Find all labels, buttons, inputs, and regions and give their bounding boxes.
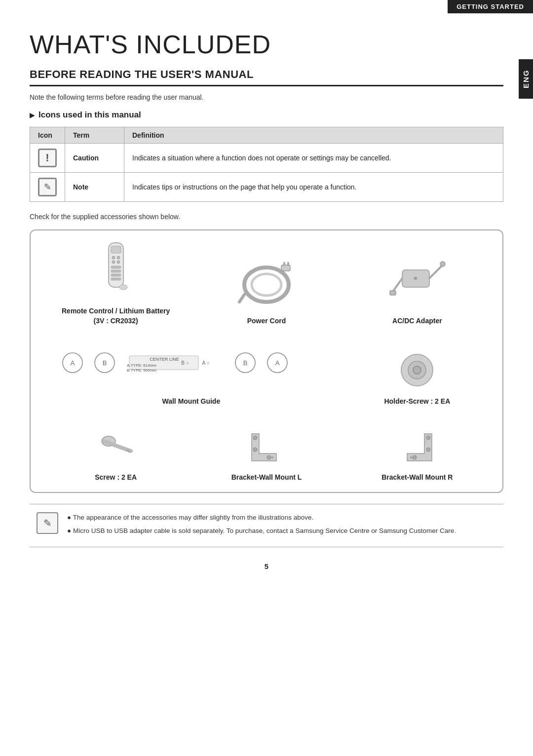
table-row: ! Caution Indicates a situation where a … — [30, 144, 503, 173]
check-text: Check for the supplied accessories shown… — [30, 213, 503, 221]
power-cord-svg — [237, 260, 296, 309]
svg-text:B: B — [103, 359, 107, 367]
svg-rect-21 — [390, 291, 396, 295]
note-bullet-2: ● Micro USB to USB adapter cable is sold… — [67, 526, 456, 537]
page-title: WHAT'S INCLUDED — [30, 30, 503, 59]
getting-started-tab: GETTING STARTED — [448, 0, 533, 13]
bracket-l-svg — [242, 426, 291, 466]
bracket-r-svg — [392, 426, 442, 466]
accessories-top-row: Remote Control / Lithium Battery (3V : C… — [40, 245, 493, 326]
svg-point-10 — [119, 285, 127, 290]
svg-point-5 — [117, 261, 120, 264]
svg-point-12 — [252, 274, 281, 296]
adapter-image — [387, 255, 447, 309]
caution-icon: ! — [38, 149, 57, 167]
svg-point-39 — [413, 366, 421, 374]
svg-rect-8 — [111, 274, 121, 276]
accessory-bracket-r: Bracket-Wall Mount R — [342, 412, 493, 483]
screw-image — [96, 412, 136, 466]
svg-point-45 — [267, 455, 271, 459]
remote-image — [96, 245, 136, 300]
accessory-screw: Screw : 2 EA — [40, 412, 191, 483]
bracket-r-label: Bracket-Wall Mount R — [381, 473, 453, 483]
caution-icon-cell: ! — [30, 144, 65, 173]
holder-screw-label: Holder-Screw : 2 EA — [384, 397, 450, 407]
caution-definition-cell: Indicates a situation where a function d… — [124, 144, 503, 173]
svg-point-43 — [253, 436, 257, 440]
svg-text:A: A — [71, 359, 75, 367]
notes-section: ✎ ● The appearance of the accessories ma… — [30, 504, 503, 547]
svg-rect-9 — [111, 278, 121, 280]
accessory-wall-mount-guide: A B CENTER LINE A-TYPE: 614mm B-TYPE: 56… — [40, 336, 342, 407]
power-cord-label: Power Cord — [247, 316, 286, 326]
intro-text: Note the following terms before reading … — [30, 93, 503, 101]
svg-line-18 — [429, 265, 443, 278]
svg-point-3 — [117, 256, 120, 259]
svg-point-2 — [112, 256, 115, 259]
svg-point-46 — [271, 456, 273, 458]
remote-label: Remote Control / Lithium Battery (3V : C… — [62, 306, 170, 326]
power-cord-image — [237, 255, 296, 309]
svg-text:B ○: B ○ — [182, 360, 190, 366]
screw-svg — [96, 426, 136, 466]
svg-point-19 — [440, 262, 445, 266]
svg-point-47 — [426, 436, 430, 440]
svg-point-50 — [410, 456, 412, 458]
svg-text:B: B — [243, 359, 248, 367]
col-definition-header: Definition — [124, 127, 503, 144]
svg-line-20 — [392, 278, 402, 292]
wall-mount-guide-image: A B CENTER LINE A-TYPE: 614mm B-TYPE: 56… — [40, 336, 342, 390]
svg-text:A-TYPE: 614mm: A-TYPE: 614mm — [127, 363, 156, 368]
accessories-middle-row: A B CENTER LINE A-TYPE: 614mm B-TYPE: 56… — [40, 336, 493, 407]
bracket-l-label: Bracket-Wall Mount L — [231, 473, 302, 483]
icons-table: Icon Term Definition ! Caution Indicates… — [30, 127, 503, 202]
note-definition-cell: Indicates tips or instructions on the pa… — [124, 173, 503, 202]
col-icon-header: Icon — [30, 127, 65, 144]
svg-point-49 — [413, 455, 417, 459]
table-row: ✎ Note Indicates tips or instructions on… — [30, 173, 503, 202]
page-number: 5 — [30, 562, 503, 570]
note-term-cell: Note — [65, 173, 124, 202]
svg-point-48 — [426, 448, 430, 452]
svg-rect-7 — [111, 270, 121, 272]
bracket-r-image — [392, 412, 442, 466]
wall-mount-guide-svg: A B CENTER LINE A-TYPE: 614mm B-TYPE: 56… — [53, 347, 329, 379]
svg-text:CENTER LINE: CENTER LINE — [150, 357, 180, 362]
svg-rect-1 — [111, 246, 121, 253]
adapter-label: AC/DC Adapter — [392, 316, 442, 326]
holder-screw-image — [397, 336, 437, 390]
notes-text: ● The appearance of the accessories may … — [67, 512, 456, 539]
accessory-power-cord: Power Cord — [191, 255, 342, 326]
section-title: BEFORE READING THE USER'S MANUAL — [30, 68, 503, 86]
icons-subsection-title: Icons used in this manual — [30, 110, 503, 120]
svg-point-22 — [414, 277, 417, 280]
note-icon-cell: ✎ — [30, 173, 65, 202]
adapter-svg — [387, 255, 447, 309]
notes-icon: ✎ — [37, 512, 58, 534]
accessory-bracket-l: Bracket-Wall Mount L — [191, 412, 342, 483]
svg-point-44 — [253, 448, 257, 452]
svg-rect-6 — [111, 266, 121, 268]
accessories-bottom-row: Screw : 2 EA Bracket-Wall Mount L — [40, 412, 493, 483]
caution-term-cell: Caution — [65, 144, 124, 173]
language-tab: ENG — [519, 59, 533, 99]
svg-point-4 — [112, 261, 115, 264]
svg-text:B-TYPE: 560mm: B-TYPE: 560mm — [127, 368, 156, 373]
svg-text:A ○: A ○ — [202, 360, 210, 366]
col-term-header: Term — [65, 127, 124, 144]
accessory-adapter: AC/DC Adapter — [342, 255, 493, 326]
accessory-holder-screw: Holder-Screw : 2 EA — [342, 336, 493, 407]
holder-screw-svg — [397, 350, 437, 390]
wall-mount-guide-label: Wall Mount Guide — [162, 397, 220, 407]
note-icon: ✎ — [38, 178, 57, 196]
svg-line-16 — [239, 295, 244, 302]
note-bullet-1: ● The appearance of the accessories may … — [67, 512, 456, 524]
accessory-remote: Remote Control / Lithium Battery (3V : C… — [40, 245, 191, 326]
svg-rect-15 — [287, 262, 289, 266]
accessories-box: Remote Control / Lithium Battery (3V : C… — [30, 229, 503, 493]
screw-label: Screw : 2 EA — [95, 473, 137, 483]
svg-text:A: A — [275, 359, 280, 367]
remote-svg — [96, 240, 136, 300]
bracket-l-image — [242, 412, 291, 466]
svg-rect-14 — [283, 262, 285, 266]
